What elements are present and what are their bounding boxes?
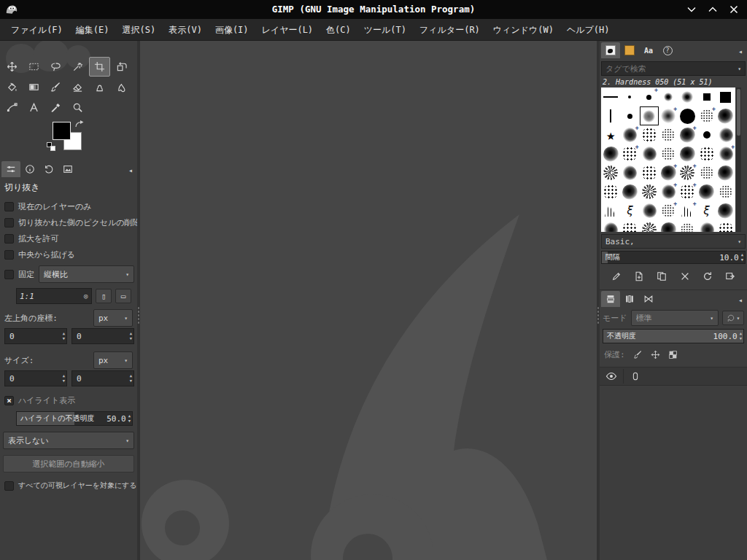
option-checkbox[interactable] <box>4 202 14 211</box>
menu-item[interactable]: 画像(I) <box>209 19 255 41</box>
edit-brush-button[interactable] <box>607 268 625 284</box>
brush-cell[interactable] <box>659 88 678 106</box>
tab-channels[interactable] <box>620 291 639 307</box>
menu-item[interactable]: ウィンドウ(W) <box>487 19 560 41</box>
menu-item[interactable]: 編集(E) <box>69 19 116 41</box>
spin-buttons[interactable]: ▲▼ <box>130 374 132 383</box>
brush-cell[interactable] <box>716 220 735 232</box>
window-shade-button[interactable] <box>708 7 717 12</box>
highlight-opacity-slider[interactable]: ハイライトの不透明度 50.0 ▲▼ <box>16 411 133 426</box>
brush-cell[interactable] <box>716 201 735 220</box>
menu-item[interactable]: レイヤー(L) <box>255 19 320 41</box>
clone-tool[interactable] <box>89 77 110 97</box>
text-tool[interactable] <box>23 98 44 117</box>
spin-buttons[interactable]: ▲▼ <box>128 414 132 423</box>
brush-cell[interactable]: ξ <box>697 201 716 220</box>
scrollbar-thumb[interactable] <box>737 89 740 136</box>
brush-cell[interactable] <box>620 220 639 232</box>
gradient-tool[interactable] <box>23 77 44 97</box>
free-select-tool[interactable] <box>45 57 66 77</box>
menu-item[interactable]: ツール(T) <box>357 19 413 41</box>
zoom-tool[interactable] <box>67 98 88 117</box>
brush-cell[interactable] <box>620 144 639 163</box>
tab-tool-options[interactable] <box>1 161 20 177</box>
brush-scrollbar[interactable] <box>736 88 741 232</box>
brush-cell[interactable] <box>601 163 620 182</box>
tab-layers[interactable] <box>601 291 620 307</box>
brush-cell[interactable] <box>678 88 697 106</box>
lock-position-button[interactable] <box>647 347 665 362</box>
eraser-tool[interactable] <box>67 77 88 97</box>
brush-cell[interactable] <box>640 125 659 144</box>
brush-tags-dropdown[interactable]: Basic, ▾ <box>601 234 746 249</box>
brush-cell[interactable] <box>601 144 620 163</box>
option-checkbox[interactable] <box>4 234 14 244</box>
landscape-button[interactable]: ▭ <box>115 289 131 303</box>
brush-cell[interactable] <box>620 125 639 144</box>
brush-cell[interactable] <box>640 163 659 182</box>
brush-cell[interactable] <box>716 163 735 182</box>
brush-cell[interactable] <box>697 220 716 232</box>
menu-item[interactable]: ファイル(F) <box>4 19 69 41</box>
spin-buttons[interactable]: ▲▼ <box>741 253 745 262</box>
move-tool[interactable] <box>1 57 23 77</box>
brush-cell[interactable] <box>659 125 678 144</box>
option-checkbox[interactable] <box>4 250 14 260</box>
paths-tool[interactable] <box>1 98 23 117</box>
aspect-ratio-input[interactable]: 1:1 ⊗ <box>16 288 92 304</box>
brush-cell[interactable] <box>620 163 639 182</box>
panel-divider-left[interactable] <box>137 41 140 560</box>
tab-patterns[interactable] <box>620 42 639 58</box>
default-colors-icon[interactable] <box>47 142 56 152</box>
canvas[interactable] <box>140 41 597 560</box>
brush-cell[interactable] <box>678 163 697 182</box>
brush-cell[interactable] <box>678 201 697 220</box>
divider-grip[interactable] <box>137 306 140 325</box>
tab-help[interactable]: ? <box>658 42 677 58</box>
brush-cell[interactable] <box>678 182 697 201</box>
brush-cell[interactable]: ξ <box>620 201 639 220</box>
duplicate-brush-button[interactable] <box>653 268 671 284</box>
transform-tool[interactable] <box>111 57 132 77</box>
tab-menu-button[interactable]: ◂ <box>738 47 743 55</box>
brush-cell[interactable] <box>601 182 620 201</box>
tab-menu-button[interactable]: ◂ <box>128 166 133 174</box>
clear-icon[interactable]: ⊗ <box>83 292 88 301</box>
brush-cell[interactable] <box>716 125 735 144</box>
brush-cell[interactable] <box>659 182 678 201</box>
brush-cell[interactable] <box>659 144 678 163</box>
brush-cell[interactable] <box>601 106 620 125</box>
open-brush-button[interactable] <box>721 268 740 284</box>
mode-dropdown[interactable]: 標準 ▾ <box>631 310 719 326</box>
paintbrush-tool[interactable] <box>45 77 66 97</box>
position-y-spinbox[interactable]: 0 ▲▼ <box>71 328 134 344</box>
auto-shrink-button[interactable]: 選択範囲の自動縮小 <box>3 455 134 472</box>
brush-cell[interactable] <box>659 201 678 220</box>
brush-cell[interactable] <box>640 220 659 232</box>
size-width-spinbox[interactable]: 0 ▲▼ <box>4 370 67 386</box>
menu-item[interactable]: ヘルプ(H) <box>560 19 616 41</box>
rect-select-tool[interactable] <box>23 57 44 77</box>
brush-cell[interactable] <box>640 106 659 125</box>
spin-buttons[interactable]: ▲▼ <box>130 332 132 341</box>
brush-cell[interactable] <box>620 106 639 125</box>
brush-cell[interactable]: ★ <box>601 125 620 144</box>
brush-cell[interactable] <box>678 144 697 163</box>
brush-cell[interactable] <box>697 106 716 125</box>
tab-fonts[interactable]: Aa <box>639 42 658 58</box>
brush-search-input[interactable]: タグで検索 ▾ <box>601 61 746 76</box>
brush-cell[interactable] <box>620 182 639 201</box>
menu-item[interactable]: フィルター(R) <box>413 19 487 41</box>
brush-cell[interactable] <box>716 106 735 125</box>
delete-brush-button[interactable] <box>676 268 694 284</box>
visibility-toggle[interactable] <box>603 368 620 384</box>
crop-tool[interactable] <box>89 57 110 77</box>
shrink-merged-checkbox[interactable] <box>4 481 14 491</box>
brush-cell[interactable] <box>601 201 620 220</box>
foreground-color-swatch[interactable] <box>53 122 71 140</box>
spin-buttons[interactable]: ▲▼ <box>63 374 65 383</box>
brush-cell[interactable] <box>601 220 620 232</box>
menu-item[interactable]: 色(C) <box>320 19 357 41</box>
tab-pointer[interactable] <box>20 161 39 177</box>
color-picker-tool[interactable] <box>45 98 66 117</box>
